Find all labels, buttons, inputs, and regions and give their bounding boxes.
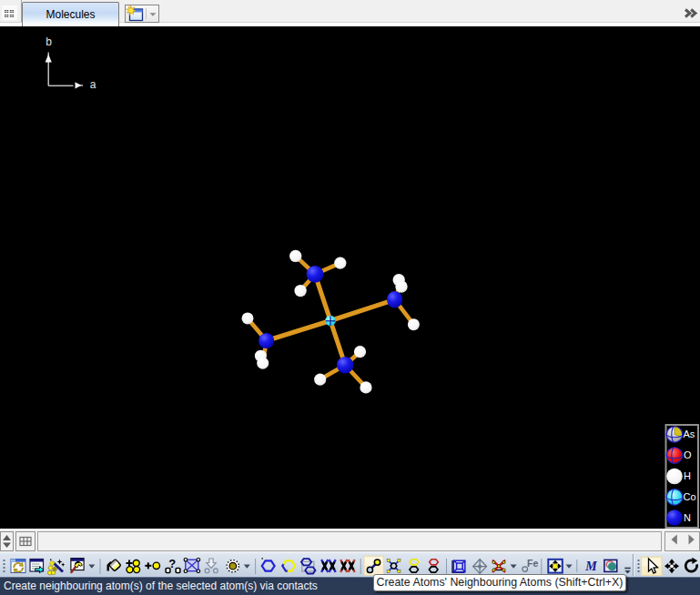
svg-text:b: b: [46, 35, 52, 48]
svg-text:Fe: Fe: [527, 558, 538, 569]
svg-text:H: H: [684, 470, 691, 481]
svg-text:M: M: [584, 560, 597, 573]
svg-text:O: O: [684, 449, 692, 460]
svg-text:Co: Co: [684, 491, 696, 502]
svg-text:a: a: [90, 78, 96, 91]
svg-text:As: As: [684, 429, 695, 439]
svg-text:N: N: [684, 512, 691, 523]
